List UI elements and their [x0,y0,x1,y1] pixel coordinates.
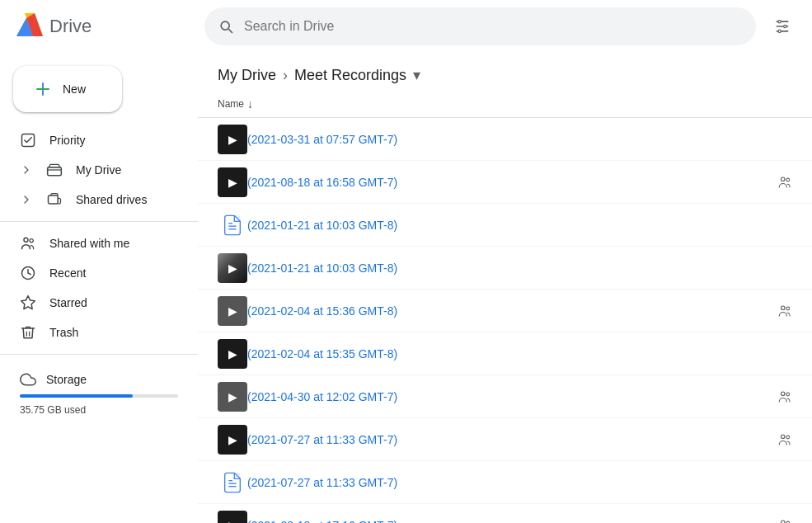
sidebar-item-priority[interactable]: Priority [0,125,185,155]
doc-icon [221,471,244,494]
logo-area: Drive [13,10,195,43]
table-row[interactable]: ▶ (2021-08-18 at 16:58 GMT-7) [198,161,812,204]
breadcrumb: My Drive › Meet Recordings ▾ [198,53,812,91]
sidebar-item-starred[interactable]: Starred [0,288,185,318]
svg-point-26 [781,306,786,310]
drive-logo-icon [13,10,46,43]
my-drive-icon [46,162,63,178]
sort-icon: ↓ [247,97,253,111]
cloud-icon [20,371,36,388]
file-list: Name ↓ ▶ (2021-03-31 at 07:57 GMT-7) ▶ (… [198,91,812,523]
file-name: (2021-01-21 at 10:03 GMT-8) [247,262,792,275]
table-row[interactable]: ▶ (2021-08-18 at 17:16 GMT-7) [198,504,812,523]
table-row[interactable]: ▶ (2021-01-21 at 10:03 GMT-8) [198,247,812,290]
expand-arrow-icon[interactable] [20,163,33,177]
table-row[interactable]: ▶ (2021-02-04 at 15:35 GMT-8) [198,332,812,375]
file-name: (2021-02-04 at 15:35 GMT-8) [247,347,792,360]
sidebar-item-shared-with-me[interactable]: Shared with me [0,229,185,258]
svg-point-36 [781,521,786,524]
table-row[interactable]: ▶ (2021-02-04 at 15:36 GMT-8) [198,290,812,332]
app-name: Drive [49,16,92,37]
play-icon: ▶ [228,133,237,146]
play-icon: ▶ [228,304,237,318]
table-row[interactable]: ▶ (2021-07-27 at 11:33 GMT-7) [198,418,812,461]
shared-icon [777,389,792,404]
table-row[interactable]: ▶ (2021-03-31 at 07:57 GMT-7) [198,118,812,161]
svg-point-29 [786,393,790,396]
file-thumbnail: ▶ [218,339,247,369]
svg-point-17 [30,239,33,243]
sidebar-item-label: Shared drives [76,193,147,206]
svg-point-30 [781,435,786,439]
file-name: (2021-03-31 at 07:57 GMT-7) [247,133,792,146]
file-thumbnail: ▶ [218,382,247,412]
settings-button[interactable] [766,10,799,43]
sidebar-item-label: Shared with me [49,237,129,250]
checkbox-icon [20,132,36,148]
new-button-label: New [63,82,86,96]
search-input[interactable] [244,19,743,34]
svg-point-10 [778,30,781,32]
column-name-label: Name [218,98,244,110]
play-icon: ▶ [228,176,237,189]
sidebar-item-label: Trash [49,326,78,339]
sidebar-item-trash[interactable]: Trash [0,318,185,347]
table-row[interactable]: (2021-07-27 at 11:33 GMT-7) [198,461,812,504]
file-name: (2021-01-21 at 10:03 GMT-8) [247,219,792,232]
sidebar-item-shared-drives[interactable]: Shared drives [0,185,185,214]
file-thumbnail: ▶ [218,125,247,154]
topbar: Drive [0,0,812,53]
file-name: (2021-04-30 at 12:02 GMT-7) [247,390,771,403]
file-list-header: Name ↓ [198,91,812,118]
main-layout: New Priority [0,53,812,523]
file-thumbnail: ▶ [218,253,247,283]
sidebar-item-label: My Drive [76,163,121,177]
doc-icon [221,214,244,237]
trash-icon [20,324,36,341]
storage-section: Storage 35.75 GB used [0,361,198,426]
content-area: My Drive › Meet Recordings ▾ Name ↓ ▶ (2… [198,53,812,523]
sidebar-item-my-drive[interactable]: My Drive [0,155,185,185]
column-name[interactable]: Name ↓ [218,97,792,111]
storage-label: Storage [46,373,87,386]
breadcrumb-dropdown-icon[interactable]: ▾ [413,66,420,84]
sidebar: New Priority [0,53,198,523]
play-icon: ▶ [228,347,237,360]
people-icon [20,235,36,252]
play-icon: ▶ [228,390,237,403]
file-thumbnail [218,210,247,240]
svg-point-28 [781,392,786,396]
file-name: (2021-08-18 at 16:58 GMT-7) [247,176,771,189]
sidebar-divider-storage [0,354,198,355]
shared-icon [777,518,792,524]
play-icon: ▶ [228,433,237,446]
star-icon [20,294,36,311]
svg-point-8 [778,21,781,23]
plus-icon [33,79,53,99]
sidebar-item-label: Starred [49,296,87,309]
sidebar-item-label: Recent [49,266,86,280]
shared-drives-icon [46,191,63,208]
file-name: (2021-07-27 at 11:33 GMT-7) [247,433,771,446]
clock-icon [20,265,36,281]
expand-arrow-icon[interactable] [20,193,33,206]
breadcrumb-parent[interactable]: My Drive [218,67,276,84]
shared-icon [777,432,792,447]
svg-point-31 [786,436,790,439]
search-bar[interactable] [204,7,756,45]
breadcrumb-arrow-icon: › [283,67,288,84]
svg-marker-19 [21,296,35,309]
file-name: (2021-08-18 at 17:16 GMT-7) [247,519,771,524]
sidebar-item-recent[interactable]: Recent [0,258,185,288]
svg-point-21 [786,178,790,181]
shared-icon [777,175,792,190]
breadcrumb-current: Meet Recordings [294,67,406,84]
table-row[interactable]: ▶ (2021-04-30 at 12:02 GMT-7) [198,375,812,418]
new-button[interactable]: New [13,66,122,112]
table-row[interactable]: (2021-01-21 at 10:03 GMT-8) [198,204,812,247]
play-icon: ▶ [228,262,237,275]
search-icon [218,18,234,35]
file-name: (2021-02-04 at 15:36 GMT-8) [247,304,771,318]
file-thumbnail: ▶ [218,296,247,326]
file-thumbnail: ▶ [218,425,247,455]
